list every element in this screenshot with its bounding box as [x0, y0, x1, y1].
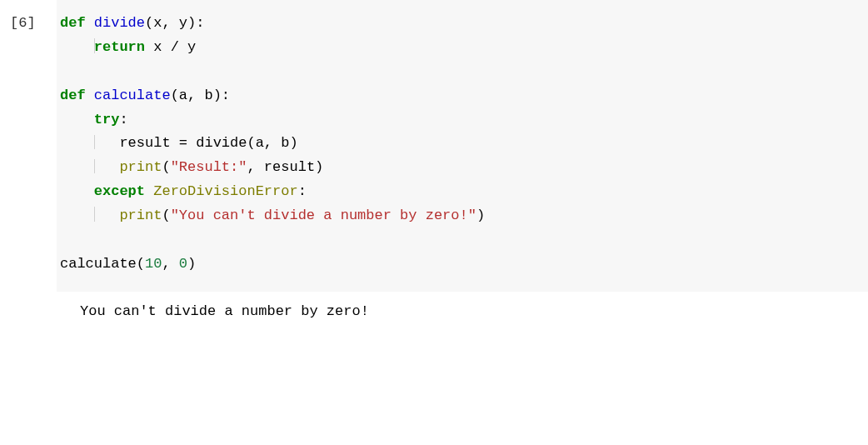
str-zero: "You can't divide a number by zero!": [171, 208, 476, 223]
fn-print: print: [119, 208, 162, 223]
id-y: y: [187, 39, 196, 55]
txt: ): [187, 15, 196, 31]
exc-zerodiv: ZeroDivisionError: [153, 183, 297, 199]
output-prompt: [0, 292, 57, 303]
stdout-output: You can't divide a number by zero!: [57, 292, 868, 332]
txt: (: [162, 208, 170, 223]
call-divide: divide(a, b): [196, 135, 297, 151]
txt: (: [145, 15, 153, 31]
param-a: a: [179, 88, 187, 103]
fn-divide: divide: [94, 15, 145, 31]
str-result: "Result:": [171, 159, 247, 175]
txt: :: [222, 88, 230, 103]
txt: (: [162, 159, 170, 175]
code-input[interactable]: def divide(x, y): return x / y def calcu…: [57, 0, 868, 292]
indent-guide: [94, 207, 95, 222]
txt: [86, 88, 94, 103]
kw-return: return: [94, 39, 145, 55]
txt: [86, 15, 94, 31]
num-0: 0: [179, 256, 187, 272]
fn-print: print: [119, 159, 162, 175]
fn-calculate: calculate: [94, 88, 171, 103]
indent-guide: [94, 159, 95, 174]
txt: ,: [162, 256, 178, 272]
txt: (: [171, 88, 179, 103]
txt: ,: [187, 88, 204, 103]
txt: , result): [247, 159, 323, 175]
txt: ): [213, 88, 222, 103]
param-y: y: [179, 15, 187, 31]
input-prompt: [6]: [0, 0, 57, 36]
kw-except: except: [94, 183, 145, 199]
op-eq: =: [171, 135, 197, 151]
param-b: b: [204, 88, 212, 103]
kw-def: def: [60, 88, 86, 103]
txt: [145, 39, 153, 55]
call-calculate: calculate(: [60, 256, 145, 272]
id-x: x: [153, 39, 162, 55]
kw-try: try: [94, 112, 120, 128]
id-result: result: [119, 135, 170, 151]
txt: [145, 183, 153, 199]
code-cell: [6] def divide(x, y): return x / y def c…: [0, 0, 868, 292]
txt: ,: [162, 15, 178, 31]
txt: :: [196, 15, 204, 31]
kw-def: def: [60, 15, 86, 31]
txt: :: [298, 183, 307, 199]
txt: ): [476, 208, 485, 223]
op-div: /: [162, 39, 187, 55]
txt: ): [187, 256, 196, 272]
num-10: 10: [145, 256, 162, 272]
txt: :: [119, 112, 127, 128]
indent-guide: [94, 135, 95, 150]
output-cell: You can't divide a number by zero!: [0, 292, 868, 332]
param-x: x: [153, 15, 162, 31]
